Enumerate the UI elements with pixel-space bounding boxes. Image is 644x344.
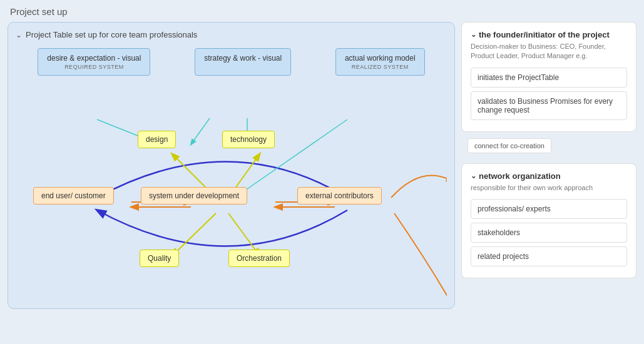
chevron-icon[interactable]: ⌄: [16, 31, 22, 39]
callout-box: connect for co-creation: [468, 138, 551, 153]
founder-item-0[interactable]: initiates the ProjectTable: [471, 68, 627, 88]
top-box-actual-sub: REALIZED SYSTEM: [345, 64, 416, 70]
node-orchestration[interactable]: Orchestration: [228, 250, 290, 267]
right-panel: ⌄ the founder/initiator of the project D…: [461, 22, 636, 309]
network-card: ⌄ network organization responsible for t…: [461, 163, 636, 278]
svg-line-5: [191, 118, 210, 144]
page-title: Project set up: [0, 0, 644, 22]
svg-line-2: [172, 213, 216, 256]
panel-title: Project Table set up for core team profe…: [26, 30, 197, 39]
node-design[interactable]: design: [138, 131, 176, 148]
callout-label: connect for co-creation: [474, 142, 544, 149]
founder-item-1[interactable]: validates to Business Promises for every…: [471, 91, 627, 120]
left-panel: ⌄ Project Table set up for core team pro…: [8, 22, 455, 309]
callout-container: connect for co-creation: [461, 138, 636, 157]
founder-card-title: ⌄ the founder/initiator of the project: [471, 30, 627, 39]
top-box-actual[interactable]: actual working model REALIZED SYSTEM: [335, 48, 425, 76]
main-container: ⌄ Project Table set up for core team pro…: [0, 22, 644, 316]
network-item-0[interactable]: professionals/ experts: [471, 199, 627, 219]
node-end-user[interactable]: end user/ customer: [33, 187, 114, 205]
top-boxes: desire & expectation - visual REQUIRED S…: [16, 48, 447, 76]
node-external[interactable]: external contributors: [297, 187, 382, 205]
page-container: Project set up ⌄ Project Table set up fo…: [0, 0, 644, 316]
top-box-strategy[interactable]: strategy & work - visual: [195, 48, 291, 76]
node-quality[interactable]: Quality: [140, 250, 179, 267]
network-card-subtitle: responsible for their own work approach: [471, 183, 627, 193]
top-box-strategy-label: strategy & work - visual: [204, 54, 282, 63]
top-box-desire-label: desire & expectation - visual: [47, 54, 141, 63]
founder-card: ⌄ the founder/initiator of the project D…: [461, 22, 636, 132]
node-system[interactable]: system under development: [141, 187, 247, 205]
top-box-desire-sub: REQUIRED SYSTEM: [47, 64, 141, 70]
chevron-network[interactable]: ⌄: [471, 172, 476, 180]
founder-card-subtitle: Decision-maker to Business: CEO, Founder…: [471, 42, 627, 61]
network-card-title: ⌄ network organization: [471, 171, 627, 181]
node-technology[interactable]: technology: [222, 131, 275, 148]
top-box-actual-label: actual working model: [345, 54, 416, 63]
diagram-area: design technology end user/ customer sys…: [16, 88, 447, 301]
chevron-founder[interactable]: ⌄: [471, 31, 476, 39]
panel-header: ⌄ Project Table set up for core team pro…: [16, 30, 447, 39]
network-item-2[interactable]: related projects: [471, 246, 627, 266]
network-item-1[interactable]: stakeholders: [471, 223, 627, 243]
top-box-desire[interactable]: desire & expectation - visual REQUIRED S…: [38, 48, 150, 76]
